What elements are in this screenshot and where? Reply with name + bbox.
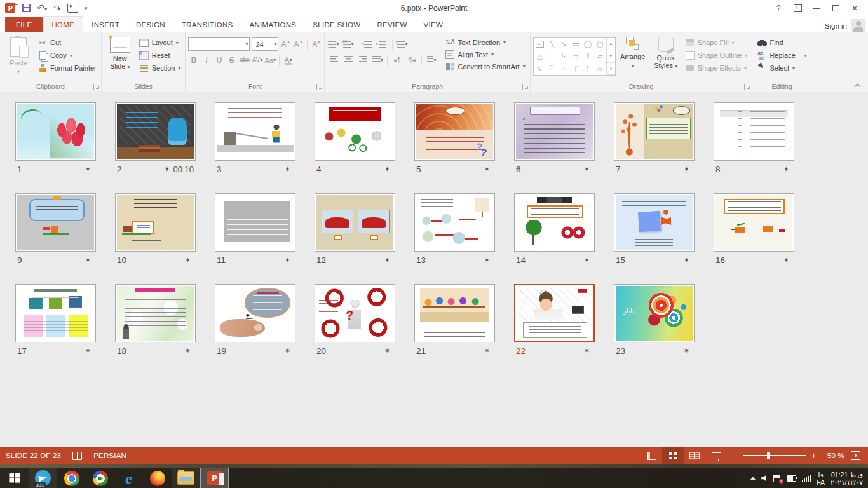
layout-button[interactable]: Layout▾ [137,37,183,48]
snip-corner-shape-icon[interactable]: ▱ [597,53,602,60]
slide-thumbnail[interactable] [115,193,196,252]
ribbon-options-icon[interactable] [788,1,807,15]
align-center-button[interactable] [342,54,355,66]
underline-button[interactable]: U [214,54,224,66]
zoom-level[interactable]: 50 % [822,452,844,459]
line-spacing-button[interactable]: ▾ [396,38,409,50]
slide-thumbnail[interactable] [714,102,794,161]
paste-button[interactable]: Paste ▾ [3,35,34,78]
tab-review[interactable]: REVIEW [369,17,415,32]
triangle-shape-icon[interactable]: △ [537,53,542,60]
sign-in[interactable]: Sign in [825,19,868,32]
left-brace-shape-icon[interactable]: { [574,65,577,72]
animation-star-icon[interactable]: ✶ [185,256,191,264]
arc-shape-icon[interactable]: ⌒ [548,65,555,72]
shape-outline-button[interactable]: Shape Outline▾ [683,50,750,61]
font-size-combo[interactable]: 24▾ [252,37,278,51]
animation-star-icon[interactable]: ✶ [584,165,590,173]
slide-thumbnail[interactable] [115,102,196,161]
taskbar-firefox[interactable] [143,468,172,488]
slide-thumbnail[interactable] [514,284,595,342]
taskbar-powerpoint[interactable]: P [200,468,229,488]
language-indicator[interactable]: فا FA [817,471,825,486]
rtl-direction-button[interactable]: ¶◂ [405,54,418,66]
fit-to-window-icon[interactable] [851,451,860,460]
format-painter-button[interactable]: Format Painter [36,62,98,74]
right-arrow-shape-icon[interactable]: ⇨ [573,53,579,60]
taskbar-telegram[interactable]: 381 [29,468,57,488]
hidden-icons-arrow[interactable] [750,474,756,480]
avatar[interactable] [851,19,865,32]
numbering-button[interactable]: ▾ [342,38,355,50]
oval-shape-icon[interactable]: ◯ [584,41,592,48]
save-icon[interactable] [22,4,31,12]
clock[interactable]: ق.ظ 01:21 ۲۰۲۱/۱۲/۰۷ [831,471,863,486]
animation-star-icon[interactable]: ✶ [85,256,91,264]
slide-thumbnail[interactable] [15,102,96,161]
tab-file[interactable]: FILE [5,17,43,32]
slide-sorter-view-button[interactable] [662,447,684,464]
zoom-out-icon[interactable]: − [732,452,737,459]
tab-slideshow[interactable]: SLIDE SHOW [304,17,369,32]
action-center-flag-icon[interactable] [773,475,781,482]
increase-indent-button[interactable] [376,38,389,50]
bold-button[interactable]: B [188,54,199,66]
taskbar-chrome[interactable] [57,468,86,488]
slide-thumbnail[interactable] [614,102,695,161]
network-signal-icon[interactable] [802,475,811,482]
normal-view-button[interactable] [641,447,662,464]
slide-thumbnail[interactable] [215,102,295,161]
animation-star-icon[interactable]: ✶ [384,347,390,355]
tab-view[interactable]: VIEW [416,17,452,32]
animation-star-icon[interactable]: ✶ [384,165,390,173]
shape-fill-button[interactable]: Shape Fill▾ [683,37,750,48]
text-box-shape-icon[interactable] [536,41,544,48]
clipboard-dialog-launcher[interactable] [93,84,100,90]
slide-thumbnail[interactable] [315,284,395,342]
align-left-button[interactable] [327,54,340,66]
select-button[interactable]: Select▾ [755,62,808,74]
animation-star-icon[interactable]: ✶ [684,347,689,355]
taskbar-idm[interactable] [86,468,114,488]
shrink-font-button[interactable]: A▼ [293,38,304,50]
animation-star-icon[interactable]: ✶ [285,256,290,264]
animation-star-icon[interactable]: ✶ [185,347,191,355]
slide-thumbnail[interactable] [15,193,96,252]
slide-thumbnail[interactable] [315,102,395,161]
animation-star-icon[interactable]: ✶ [783,256,789,264]
arrow-shape-icon[interactable]: ↘ [561,41,567,48]
close-icon[interactable]: ✕ [845,1,864,15]
drawing-dialog-launcher[interactable] [744,84,750,90]
justify-button[interactable]: ▾ [371,54,384,66]
quick-styles-button[interactable]: QuickStyles ▾ [650,35,682,72]
decrease-indent-button[interactable] [362,38,374,50]
zoom-slider[interactable] [743,455,806,456]
tab-insert[interactable]: INSERT [83,17,128,32]
replace-button[interactable]: Replace▾ [755,50,808,61]
animation-star-icon[interactable]: ✶ [684,165,689,173]
bullets-button[interactable]: ▾ [327,38,340,50]
columns-button[interactable]: ▾ [425,54,438,66]
star-shape-icon[interactable]: ☆ [597,65,603,72]
tab-design[interactable]: DESIGN [128,17,173,32]
collapse-ribbon-icon[interactable] [855,83,860,88]
slide-thumbnail[interactable] [315,193,395,252]
tab-transitions[interactable]: TRANSITIONS [173,17,241,32]
start-slideshow-icon[interactable] [67,4,78,13]
reading-view-button[interactable] [684,447,705,464]
font-name-combo[interactable]: ▾ [188,37,250,51]
minimize-icon[interactable]: — [807,1,826,15]
down-arrow-shape-icon[interactable]: ⇩ [585,53,591,60]
section-button[interactable]: Section▾ [137,62,183,74]
curve-shape-icon[interactable]: ∼ [561,65,567,72]
slide-thumbnail[interactable] [514,193,595,252]
animation-star-icon[interactable]: ✶ [285,165,290,173]
change-case-button[interactable]: Aa▾ [264,54,275,66]
volume-icon[interactable] [761,475,768,482]
animation-star-icon[interactable]: ✶ [85,347,91,355]
slide-thumbnail[interactable] [115,284,196,342]
language-label[interactable]: PERSIAN [93,452,126,459]
redo-icon[interactable]: ↷ [53,4,61,13]
tab-animations[interactable]: ANIMATIONS [241,17,305,32]
animation-star-icon[interactable]: ✶ [783,165,789,173]
